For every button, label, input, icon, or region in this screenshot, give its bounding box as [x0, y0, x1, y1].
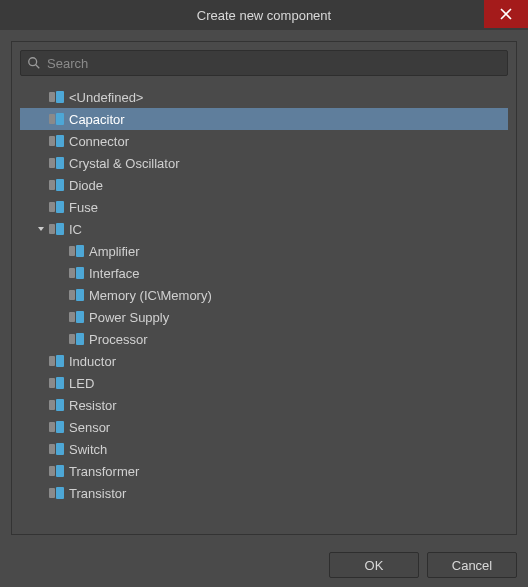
expander-none — [54, 332, 68, 346]
expander-none — [54, 266, 68, 280]
tree-item-label: Interface — [89, 266, 146, 281]
expander-none — [34, 442, 48, 456]
component-icon — [49, 134, 65, 148]
expander-none — [34, 464, 48, 478]
component-icon — [69, 266, 85, 280]
component-icon — [49, 178, 65, 192]
tree-item-label: Transformer — [69, 464, 145, 479]
dialog-body: <Undefined>CapacitorConnectorCrystal & O… — [0, 30, 528, 546]
tree-item[interactable]: Power Supply — [20, 306, 508, 328]
component-tree[interactable]: <Undefined>CapacitorConnectorCrystal & O… — [20, 86, 508, 528]
component-icon — [49, 200, 65, 214]
svg-line-1 — [36, 65, 40, 69]
component-icon — [49, 420, 65, 434]
component-icon — [49, 156, 65, 170]
component-icon — [69, 310, 85, 324]
tree-item[interactable]: Inductor — [20, 350, 508, 372]
search-icon — [27, 56, 41, 70]
tree-item[interactable]: <Undefined> — [20, 86, 508, 108]
tree-item-label: Amplifier — [89, 244, 146, 259]
component-icon — [49, 464, 65, 478]
tree-item[interactable]: Interface — [20, 262, 508, 284]
tree-item[interactable]: Switch — [20, 438, 508, 460]
expander-none — [34, 420, 48, 434]
expander-none — [34, 178, 48, 192]
expander-none — [34, 90, 48, 104]
expander-none — [34, 376, 48, 390]
tree-item-label: Inductor — [69, 354, 122, 369]
tree-item-label: Memory (IC\Memory) — [89, 288, 218, 303]
tree-item-label: Connector — [69, 134, 135, 149]
component-icon — [49, 222, 65, 236]
component-icon — [49, 442, 65, 456]
component-icon — [69, 244, 85, 258]
search-input[interactable] — [47, 56, 501, 71]
close-icon — [500, 8, 512, 20]
tree-item-label: IC — [69, 222, 88, 237]
component-icon — [49, 112, 65, 126]
window-title: Create new component — [197, 8, 331, 23]
tree-item[interactable]: Crystal & Oscillator — [20, 152, 508, 174]
ok-button[interactable]: OK — [329, 552, 419, 578]
tree-item-label: Transistor — [69, 486, 132, 501]
tree-item-label: Fuse — [69, 200, 104, 215]
tree-item[interactable]: Transformer — [20, 460, 508, 482]
tree-item-label: Capacitor — [69, 112, 131, 127]
tree-item[interactable]: Memory (IC\Memory) — [20, 284, 508, 306]
tree-item[interactable]: Transistor — [20, 482, 508, 504]
component-icon — [49, 398, 65, 412]
tree-item[interactable]: Connector — [20, 130, 508, 152]
tree-item-label: Sensor — [69, 420, 116, 435]
expander-none — [54, 310, 68, 324]
expander-none — [34, 200, 48, 214]
svg-point-0 — [29, 58, 37, 66]
tree-item[interactable]: Resistor — [20, 394, 508, 416]
expander-none — [34, 112, 48, 126]
component-icon — [69, 332, 85, 346]
component-icon — [49, 354, 65, 368]
tree-item[interactable]: IC — [20, 218, 508, 240]
tree-item-label: Resistor — [69, 398, 123, 413]
expander-none — [34, 134, 48, 148]
titlebar: Create new component — [0, 0, 528, 30]
search-field[interactable] — [20, 50, 508, 76]
component-icon — [49, 376, 65, 390]
component-icon — [69, 288, 85, 302]
tree-item-label: <Undefined> — [69, 90, 149, 105]
expander-none — [34, 156, 48, 170]
expander-none — [34, 398, 48, 412]
tree-item-label: Processor — [89, 332, 154, 347]
tree-item[interactable]: Sensor — [20, 416, 508, 438]
tree-item[interactable]: Amplifier — [20, 240, 508, 262]
tree-item-label: LED — [69, 376, 100, 391]
tree-item[interactable]: Fuse — [20, 196, 508, 218]
dialog-footer: OK Cancel — [0, 546, 528, 587]
tree-item[interactable]: LED — [20, 372, 508, 394]
tree-item-label: Crystal & Oscillator — [69, 156, 186, 171]
expander-open-icon[interactable] — [34, 222, 48, 236]
tree-item-label: Diode — [69, 178, 109, 193]
tree-item-label: Switch — [69, 442, 113, 457]
cancel-button[interactable]: Cancel — [427, 552, 517, 578]
tree-item-label: Power Supply — [89, 310, 175, 325]
tree-item[interactable]: Capacitor — [20, 108, 508, 130]
tree-item[interactable]: Diode — [20, 174, 508, 196]
tree-item[interactable]: Processor — [20, 328, 508, 350]
content-panel: <Undefined>CapacitorConnectorCrystal & O… — [11, 41, 517, 535]
expander-none — [54, 244, 68, 258]
expander-none — [34, 486, 48, 500]
close-button[interactable] — [484, 0, 528, 28]
component-icon — [49, 90, 65, 104]
component-icon — [49, 486, 65, 500]
expander-none — [54, 288, 68, 302]
expander-none — [34, 354, 48, 368]
